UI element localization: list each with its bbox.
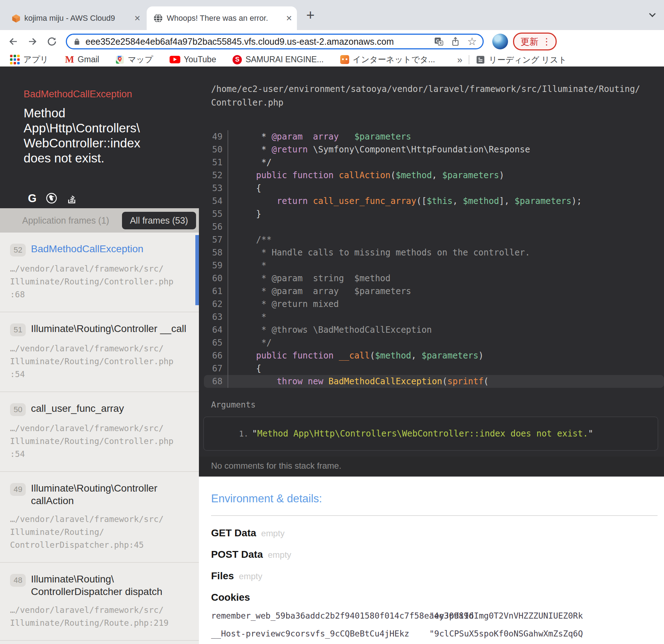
bookmark-gmail[interactable]: M Gmail [65, 54, 99, 65]
reload-button[interactable] [45, 35, 59, 48]
exception-class: BadMethodCallException [24, 89, 185, 100]
google-icon[interactable]: G [28, 193, 36, 204]
share-icon[interactable] [451, 36, 460, 47]
address-bar[interactable]: eee352e2584e4eb6af4a97b2bac55845.vfs.clo… [66, 34, 484, 49]
translate-icon[interactable]: G [434, 36, 444, 47]
cookie-row: __Host-previewc9corsvfs_9cCQBeBtCu4jHEkz… [211, 625, 664, 643]
arguments-panel: 1. "Method App\Http\Controllers\WebContr… [203, 416, 658, 451]
globe-icon [153, 13, 163, 23]
bookmark-label: SAMURAI ENGINE... [245, 55, 324, 64]
forward-button[interactable] [26, 35, 39, 48]
stack-frame-48[interactable]: 48Illuminate\Routing\ControllerDispatche… [0, 563, 199, 641]
bookmark-label: アプリ [23, 54, 49, 65]
reading-list-label: リーディング リスト [489, 54, 567, 65]
youtube-icon [170, 56, 180, 63]
url-text[interactable]: eee352e2584e4eb6af4a97b2bac55845.vfs.clo… [86, 36, 430, 47]
frame-path: …/vendor/laravel/framework/src/Illuminat… [10, 262, 190, 301]
frame-title: Illuminate\Routing\ControllercallAction [31, 482, 157, 507]
back-button[interactable] [6, 35, 20, 48]
menu-dots-icon[interactable]: ⋮ [542, 36, 551, 47]
bookmarks-overflow-icon[interactable]: » [457, 54, 462, 65]
code-line-60: 60 * @param string $method [204, 272, 664, 285]
code-line-57: 57 /** [204, 233, 664, 246]
tab-strip: kojima miju - AWS Cloud9 × Whoops! There… [0, 0, 664, 30]
bookmark-label: Gmail [78, 55, 99, 64]
stackoverflow-icon[interactable] [67, 192, 77, 204]
tab-whoops-error[interactable]: Whoops! There was an error. × [147, 6, 297, 30]
argument-item: 1. "Method App\Http\Controllers\WebContr… [211, 429, 650, 439]
tab-search-chevron-icon[interactable] [650, 11, 655, 16]
tab-title: Whoops! There was an error. [167, 14, 283, 23]
cookie-value: "eyJpdiI6Img0T2VnVHZZZUNIUEZ0Rk [429, 611, 583, 620]
code-line-62: 62 * @return mixed [204, 298, 664, 311]
bookmark-internet[interactable]: インターネットでタ... [340, 54, 435, 65]
aws-cloud9-cube-icon [11, 14, 21, 23]
stack-frame-50[interactable]: 50call_user_func_array…/vendor/laravel/f… [0, 392, 199, 472]
post-data-row: POST Data empty [211, 549, 664, 559]
stack-frame-52[interactable]: 52BadMethodCallException…/vendor/laravel… [0, 233, 199, 312]
urlbar-action-icons: G ☆ [434, 36, 477, 47]
stack-frame-49[interactable]: 49Illuminate\Routing\ControllercallActio… [0, 472, 199, 563]
code-line-51: 51 */ [204, 156, 664, 169]
frames-filter-bar: Application frames (1) All frames (53) [0, 208, 199, 233]
code-line-49: 49 * @param array $parameters [204, 130, 664, 143]
cookie-row: XSRF-TOKEN"eyJpdiI6IlFQbWR6Nms1ZE5VRndLU… [211, 643, 664, 644]
code-line-56: 56 [204, 220, 664, 233]
maps-pin-icon [116, 55, 124, 64]
close-tab-icon[interactable]: × [135, 13, 140, 23]
frame-title: Illuminate\Routing\Controller __call [31, 322, 186, 335]
all-frames-button[interactable]: All frames (53) [122, 212, 196, 229]
application-frames-button[interactable]: Application frames (1) [22, 215, 109, 226]
code-line-68: 68 throw new BadMethodCallException(spri… [204, 375, 664, 388]
bookmark-label: マップ [128, 54, 153, 65]
bookmark-star-icon[interactable]: ☆ [467, 36, 477, 47]
reading-list-icon [476, 55, 485, 64]
divider [211, 515, 658, 516]
close-tab-icon[interactable]: × [286, 13, 292, 23]
code-line-66: 66 public function __call($method, $para… [204, 349, 664, 362]
exception-header: BadMethodCallException MethodApp\Http\Co… [0, 67, 199, 208]
reading-list-button[interactable]: リーディング リスト [476, 54, 567, 65]
frame-number: 49 [10, 483, 26, 496]
sidebar-scrollbar-thumb[interactable] [195, 235, 199, 305]
post-data-label: POST Data [211, 549, 263, 560]
duckduckgo-icon[interactable] [46, 192, 57, 204]
stack-frames-list: 52BadMethodCallException…/vendor/laravel… [0, 233, 199, 644]
code-line-64: 64 * @throws \BadMethodCallException [204, 323, 664, 336]
gmail-icon: M [65, 54, 74, 65]
stack-frame-51[interactable]: 51Illuminate\Routing\Controller __call…/… [0, 312, 199, 392]
get-data-row: GET Data empty [211, 527, 664, 537]
whoops-sidebar: BadMethodCallException MethodApp\Http\Co… [0, 67, 199, 644]
browser-toolbar: eee352e2584e4eb6af4a97b2bac55845.vfs.clo… [0, 30, 664, 53]
profile-avatar[interactable] [492, 34, 508, 49]
bookmark-label: インターネットでタ... [353, 54, 435, 65]
frame-path: …/vendor/laravel/framework/src/Illuminat… [10, 342, 190, 381]
cookie-key: __Host-previewc9corsvfs_9cCQBeBtCu4jHEkz [211, 629, 429, 638]
samurai-engineer-icon: S [233, 55, 242, 64]
search-help-links: G [28, 192, 77, 204]
new-tab-button[interactable]: + [306, 8, 314, 22]
tab-aws-cloud9[interactable]: kojima miju - AWS Cloud9 × [5, 6, 145, 30]
code-line-58: 58 * Handle calls to missing methods on … [204, 246, 664, 259]
get-data-empty: empty [261, 528, 284, 538]
environment-heading: Environment & details: [211, 492, 664, 505]
code-line-54: 54 return call_user_func_array([$this, $… [204, 195, 664, 208]
stack-frame-47[interactable]: 47Illuminate\Routing\RouterunController [0, 641, 199, 644]
apps-grid-icon [10, 55, 20, 64]
bookmark-apps[interactable]: アプリ [10, 54, 49, 65]
code-line-59: 59 * [204, 259, 664, 272]
lock-icon[interactable] [73, 37, 81, 46]
whoops-error-page: BadMethodCallException MethodApp\Http\Co… [0, 67, 664, 644]
frame-title: call_user_func_array [31, 402, 124, 415]
bookmark-samurai[interactable]: S SAMURAI ENGINE... [233, 55, 324, 64]
chrome-update-button[interactable]: 更新 ⋮ [513, 33, 557, 50]
frame-number: 51 [10, 323, 26, 336]
bookmark-youtube[interactable]: YouTube [170, 55, 216, 64]
bookmark-maps[interactable]: マップ [116, 54, 153, 65]
code-line-65: 65 */ [204, 336, 664, 349]
divider [469, 55, 469, 64]
cookie-value: "9clCPSuX5spoKf0oNSGahwXmZsZq6Q [429, 629, 583, 638]
code-line-67: 67 { [204, 362, 664, 375]
exception-message: MethodApp\Http\Controllers\WebController… [24, 106, 185, 166]
files-row: Files empty [211, 570, 664, 580]
